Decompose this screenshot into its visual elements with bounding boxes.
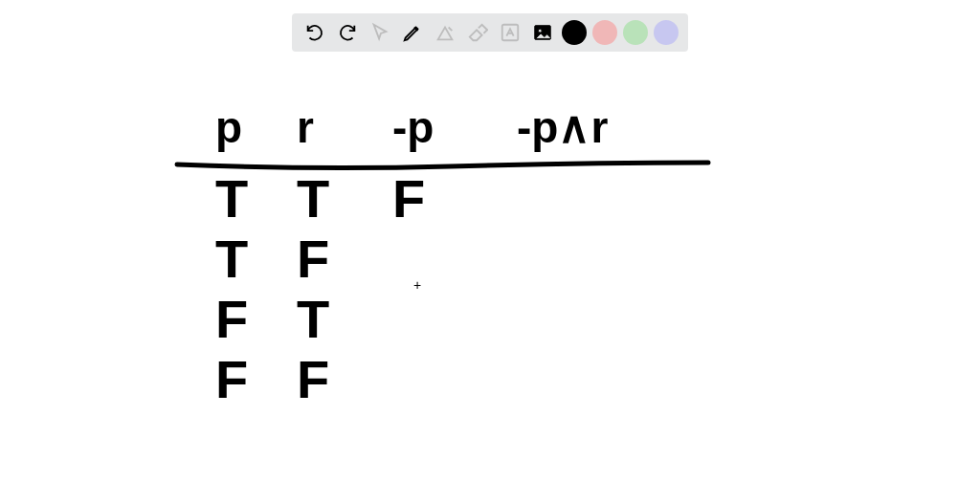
truth-table-header-r: r — [297, 105, 314, 149]
truth-table-header-result: -p∧r — [517, 105, 608, 149]
truth-table-header-p: p — [215, 105, 242, 149]
cell-r-row1: T — [297, 172, 329, 226]
drawing-cursor-crosshair: + — [413, 277, 421, 293]
whiteboard-canvas[interactable]: p r -p -p∧r T T F T F F T F F + — [0, 0, 980, 503]
whiteboard-app: p r -p -p∧r T T F T F F T F F + — [0, 0, 980, 503]
truth-table-header-not-p: -p — [392, 105, 434, 149]
cell-p-row4: F — [215, 353, 248, 406]
cell-p-row3: F — [215, 293, 248, 346]
cell-p-row2: T — [215, 232, 248, 286]
cell-r-row2: F — [297, 232, 329, 286]
cell-r-row4: F — [297, 353, 329, 406]
cell-r-row3: T — [297, 293, 329, 346]
cell-notp-row1: F — [392, 172, 425, 226]
header-underline — [172, 153, 727, 182]
cell-p-row1: T — [215, 172, 248, 226]
